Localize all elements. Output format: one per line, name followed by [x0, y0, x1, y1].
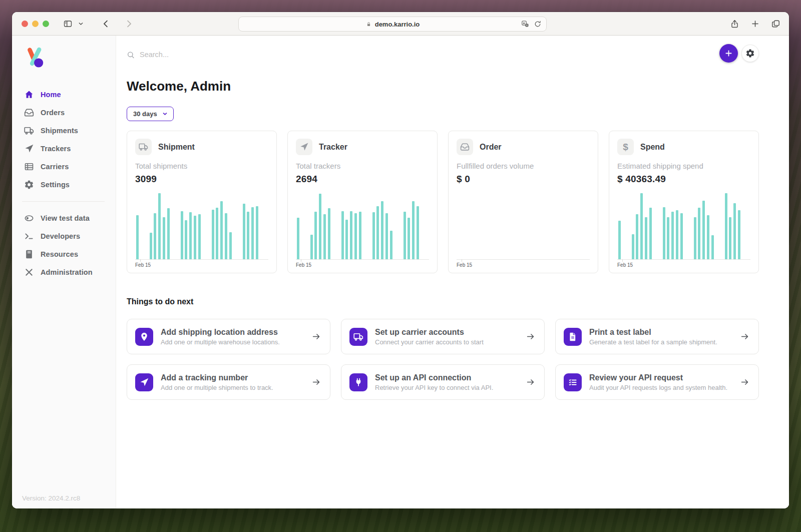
checklist-icon — [564, 373, 582, 391]
sidebar-item-label: Carriers — [41, 163, 69, 171]
chart-bar — [707, 215, 709, 259]
share-icon[interactable] — [729, 16, 740, 31]
task-card-description: Retrieve your API key to connect via API… — [375, 384, 518, 391]
sidebar-item-label: Orders — [41, 109, 65, 117]
chart-bar — [350, 211, 352, 259]
chart-bar — [189, 212, 192, 259]
task-card-add-shipping-location-address[interactable]: Add shipping location address Add one or… — [127, 319, 330, 354]
search-box[interactable] — [127, 51, 342, 59]
sidebar-item-trackers[interactable]: Trackers — [12, 140, 116, 158]
chart-bar — [636, 214, 638, 259]
sidebar-toggle-icon[interactable] — [60, 16, 75, 31]
chart-bar — [372, 212, 375, 259]
sidebar-item-shipments[interactable]: Shipments — [12, 122, 116, 140]
task-card-set-up-carrier-accounts[interactable]: Set up carrier accounts Connect your car… — [341, 319, 545, 354]
task-card-title: Add a tracking number — [161, 373, 304, 382]
sidebar-item-label: Administration — [41, 268, 93, 276]
sidebar-item-carriers[interactable]: Carriers — [12, 158, 116, 176]
close-window-button[interactable] — [22, 21, 28, 27]
sidebar-item-view-test-data[interactable]: View test data — [12, 209, 116, 227]
arrow-right-icon — [311, 377, 321, 387]
forward-icon[interactable] — [121, 16, 136, 31]
chart-axis — [135, 259, 268, 262]
chart-bar — [632, 234, 634, 259]
chart-bar — [328, 208, 330, 259]
task-card-print-a-test-label[interactable]: Print a test label Generate a test label… — [555, 319, 759, 354]
sidebar-item-label: Settings — [41, 181, 70, 189]
sidebar-item-administration[interactable]: Administration — [12, 263, 116, 281]
address-bar[interactable]: demo.karrio.io — [238, 17, 547, 32]
sidebar-item-label: Trackers — [41, 145, 71, 153]
task-card-title: Review your API request — [589, 373, 732, 382]
stats-row: Shipment Total shipments 3099 Feb 15 Tra… — [127, 131, 759, 273]
chart-bar — [417, 206, 419, 259]
sparkline-chart — [135, 193, 268, 259]
chart-axis-label: Feb 15 — [296, 262, 429, 268]
tools-icon — [24, 267, 34, 277]
truck-icon — [24, 126, 34, 136]
chart-bar — [216, 208, 218, 259]
new-tab-icon[interactable] — [749, 16, 760, 31]
chart-axis-label: Feb 15 — [135, 262, 268, 268]
chart-bar — [640, 193, 643, 259]
chart-bar — [212, 210, 214, 259]
eye-icon — [24, 213, 34, 223]
chart-bar — [220, 201, 223, 259]
task-card-description: Audit your API requests logs and system … — [589, 384, 732, 391]
truck-icon — [135, 139, 152, 155]
task-card-add-a-tracking-number[interactable]: Add a tracking number Add one or multipl… — [127, 364, 330, 400]
stat-card-value: 2694 — [296, 174, 429, 185]
karrio-logo[interactable] — [23, 46, 116, 71]
zoom-window-button[interactable] — [43, 21, 49, 27]
chart-axis — [617, 259, 750, 262]
sidebar-item-orders[interactable]: Orders — [12, 104, 116, 122]
sparkline-chart — [617, 193, 750, 259]
chart-bar — [359, 212, 361, 259]
stat-card-title: Shipment — [158, 143, 195, 152]
chart-bar — [256, 206, 258, 259]
create-button[interactable] — [719, 44, 738, 63]
chart-bar — [725, 193, 727, 259]
traffic-lights — [22, 21, 49, 27]
search-input[interactable] — [140, 51, 342, 59]
arrow-right-icon — [740, 377, 749, 387]
chart-bar — [408, 218, 410, 259]
chart-axis — [296, 259, 429, 262]
chart-bar — [738, 210, 740, 259]
task-card-description: Add one or multiple warehouse locations. — [161, 338, 304, 346]
tab-overview-icon[interactable] — [770, 16, 781, 31]
stat-card-tracker: Tracker Total trackers 2694 Feb 15 — [287, 131, 438, 273]
period-filter-dropdown[interactable]: 30 days — [127, 107, 174, 121]
minimize-window-button[interactable] — [32, 21, 39, 27]
chart-bar — [154, 213, 156, 259]
arrow-right-icon — [526, 332, 535, 341]
sidebar-item-developers[interactable]: Developers — [12, 227, 116, 245]
sidebar-divider — [22, 201, 105, 202]
chart-axis-label: Feb 15 — [457, 262, 590, 268]
tab-group-chevron-icon[interactable] — [76, 16, 85, 31]
chart-bar — [671, 212, 674, 259]
lock-icon — [365, 21, 372, 28]
sidebar-item-settings[interactable]: Settings — [12, 176, 116, 194]
search-icon — [127, 51, 135, 59]
arrow-right-icon — [740, 332, 749, 341]
chart-bar — [376, 206, 379, 259]
translate-icon[interactable] — [521, 20, 529, 28]
sidebar-item-resources[interactable]: Resources — [12, 245, 116, 263]
task-card-set-up-an-api-connection[interactable]: Set up an API connection Retrieve your A… — [341, 364, 545, 400]
back-icon[interactable] — [98, 16, 113, 31]
chart-bar — [163, 217, 165, 259]
chevron-down-icon — [162, 111, 168, 117]
stat-card-title: Tracker — [319, 143, 347, 152]
sidebar-item-label: Home — [41, 91, 61, 99]
sidebar-item-home[interactable]: Home — [12, 86, 116, 104]
stat-card-shipment: Shipment Total shipments 3099 Feb 15 — [127, 131, 277, 273]
book-icon — [24, 249, 34, 259]
browser-window: demo.karrio.io — [12, 12, 789, 508]
reload-icon[interactable] — [534, 20, 542, 28]
task-card-review-your-api-request[interactable]: Review your API request Audit your API r… — [555, 364, 759, 400]
send-icon — [135, 373, 153, 391]
chart-bar — [404, 212, 406, 259]
chart-bar — [702, 201, 705, 259]
settings-button[interactable] — [741, 45, 759, 62]
